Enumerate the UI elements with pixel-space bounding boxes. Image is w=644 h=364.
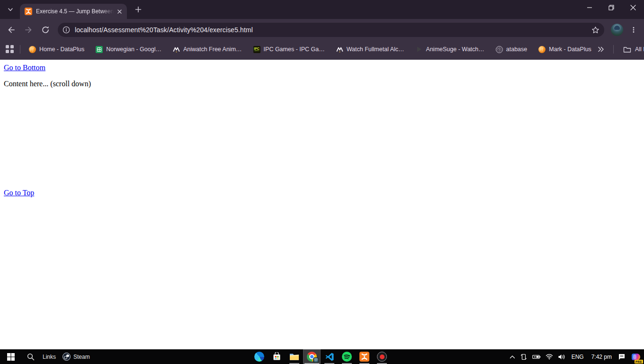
bookmark-star-icon[interactable] [589, 24, 601, 36]
close-icon [630, 5, 636, 10]
taskbar-store-button[interactable] [268, 349, 286, 364]
xampp-icon [359, 352, 369, 362]
bookmarks-bar: Home - DataPlus Norwegian - Googl… Aniwa… [0, 41, 644, 60]
all-bookmarks-button[interactable]: All Bookmarks [619, 44, 644, 55]
all-bookmarks-label: All Bookmarks [635, 46, 644, 53]
minimize-icon [587, 5, 592, 10]
dataplus-globe-icon [29, 46, 36, 53]
apps-grid-icon[interactable] [6, 45, 14, 54]
dataplus-globe-icon [538, 46, 546, 53]
tab-close-icon[interactable] [116, 8, 123, 15]
microsoft-store-icon [272, 352, 281, 361]
volume-icon[interactable] [555, 349, 568, 364]
bookmark-ipc-games[interactable]: IPCGAMES IPC Games - IPC Ga… [250, 44, 328, 55]
bookmark-animesuge[interactable]: AnimeSuge - Watch… [413, 44, 487, 55]
bookmark-aniwatch[interactable]: Aniwatch Free Anim… [170, 44, 245, 55]
aniwatch-icon [173, 46, 180, 53]
browser-toolbar: localhost/Assessment%20Task/Activity%204… [0, 19, 644, 41]
screen-recorder-icon [377, 352, 387, 362]
restore-button[interactable] [600, 0, 622, 15]
minimize-button[interactable] [579, 0, 600, 15]
browser-menu-button[interactable] [627, 23, 640, 36]
ipc-games-icon: IPCGAMES [253, 46, 260, 53]
battery-charging-icon[interactable] [530, 349, 543, 364]
page-content: Go to Bottom Content here... (scroll dow… [0, 60, 644, 349]
chrome-profile-badge [313, 358, 318, 363]
copilot-preview-badge: PRE [635, 360, 643, 364]
language-indicator[interactable]: ENG [568, 354, 588, 360]
taskbar: Links Steam [0, 349, 644, 364]
profile-avatar[interactable] [611, 24, 623, 36]
bookmarks-overflow-button[interactable] [594, 43, 608, 56]
tray-chevron-up-icon[interactable] [507, 349, 518, 364]
back-button[interactable] [4, 22, 19, 37]
steam-label: Steam [73, 354, 90, 360]
start-button[interactable] [0, 349, 22, 364]
links-label: Links [43, 354, 56, 360]
taskbar-pinned-apps [250, 349, 391, 364]
links-toolbar[interactable]: Links [40, 349, 59, 364]
browser-tab[interactable]: Exercise 4.5 — Jump Between To [20, 4, 127, 19]
steam-icon [63, 353, 71, 361]
taskbar-search-button[interactable] [22, 349, 40, 364]
bookmark-label: Norwegian - Googl… [106, 46, 161, 53]
reload-button[interactable] [38, 22, 53, 37]
clock[interactable]: 7:42 pm [588, 354, 616, 360]
tab-title: Exercise 4.5 — Jump Between To [36, 8, 116, 15]
play-icon [416, 46, 423, 53]
taskbar-vscode-button[interactable] [321, 349, 338, 364]
divider [613, 45, 614, 54]
file-explorer-icon [289, 353, 299, 361]
bookmark-label: Home - DataPlus [39, 46, 84, 53]
window-controls [579, 0, 644, 15]
page-paragraph: Content here... (scroll down) [4, 80, 640, 88]
tablet-sync-icon[interactable] [518, 349, 530, 364]
bookmark-label: IPC Games - IPC Ga… [264, 46, 325, 53]
taskbar-xampp-button[interactable] [356, 349, 373, 364]
bookmark-fullmetal[interactable]: Watch Fullmetal Alc… [333, 44, 407, 55]
wifi-icon[interactable] [543, 349, 555, 364]
taskbar-chrome-button[interactable] [303, 349, 321, 364]
divider [20, 45, 20, 54]
taskbar-recorder-button[interactable] [373, 349, 391, 364]
windows-logo-icon [7, 353, 15, 361]
taskbar-edge-button[interactable] [250, 349, 268, 364]
action-center-icon[interactable] [616, 349, 628, 364]
google-sheets-icon [96, 46, 103, 53]
url-text[interactable]: localhost/Assessment%20Task/Activity%204… [75, 26, 589, 34]
copilot-preview-button[interactable]: PRE [628, 349, 644, 364]
vscode-icon [325, 352, 334, 362]
page-spacer [4, 96, 640, 189]
steam-shortcut[interactable]: Steam [59, 349, 94, 364]
bookmark-label: AnimeSuge - Watch… [426, 46, 484, 53]
bookmark-norwegian-sheets[interactable]: Norwegian - Googl… [93, 44, 164, 55]
bookmark-mark-dataplus[interactable]: Mark - DataPlus [536, 44, 594, 55]
arrow-right-icon [24, 26, 33, 34]
aniwatch-icon [336, 46, 343, 53]
three-dots-icon [630, 27, 637, 33]
bookmark-label: Watch Fullmetal Alc… [347, 46, 404, 53]
copilot-icon [632, 354, 640, 360]
close-window-button[interactable] [622, 0, 644, 15]
new-tab-button[interactable] [132, 3, 145, 16]
taskbar-explorer-button[interactable] [286, 349, 303, 364]
bookmark-home-dataplus[interactable]: Home - DataPlus [26, 44, 87, 55]
site-info-icon[interactable] [61, 24, 72, 36]
reload-icon [41, 26, 50, 34]
sphere-icon [496, 46, 503, 53]
xampp-favicon-icon [25, 8, 32, 15]
system-tray: ENG 7:42 pm PRE [507, 349, 644, 364]
edge-icon [254, 352, 264, 362]
go-to-top-link[interactable]: Go to Top [4, 189, 34, 197]
double-chevron-right-icon [598, 46, 604, 52]
taskbar-spotify-button[interactable] [338, 349, 356, 364]
screen: Exercise 4.5 — Jump Between To [0, 0, 644, 364]
restore-icon [608, 5, 614, 10]
go-to-bottom-link[interactable]: Go to Bottom [4, 64, 45, 72]
chevron-down-icon [7, 6, 14, 13]
address-bar[interactable]: localhost/Assessment%20Task/Activity%204… [58, 23, 604, 37]
bookmark-atabase[interactable]: atabase [493, 44, 530, 55]
forward-button[interactable] [21, 22, 36, 37]
spotify-icon [342, 352, 352, 362]
tab-search-button[interactable] [4, 3, 17, 16]
